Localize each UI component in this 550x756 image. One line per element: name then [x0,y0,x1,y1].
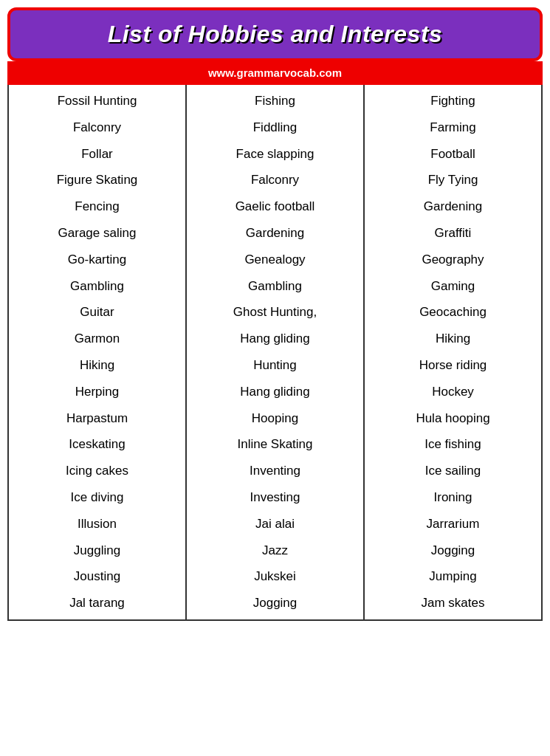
list-item: Icing cakes [9,458,185,484]
list-item: Horse riding [365,352,541,379]
list-item: Jukskei [187,563,363,590]
list-item: Investing [187,484,363,511]
content-area: Fossil HuntingFalconryFollarFigure Skati… [7,85,543,621]
list-item: Go-karting [9,247,185,273]
list-item: Fossil Hunting [9,88,185,114]
list-item: Jai alai [187,511,363,537]
website-url: www.grammarvocab.com [208,66,342,79]
list-item: Fly Tying [365,167,541,193]
website-bar: www.grammarvocab.com [7,61,543,85]
list-item: Football [365,141,541,168]
list-item: Hiking [9,352,185,379]
page-header: List of Hobbies and Interests [7,7,543,61]
list-item: Hula hooping [365,405,541,432]
list-item: Hunting [187,352,363,379]
list-item: Ice diving [9,484,185,511]
list-item: Gambling [9,273,185,300]
list-item: Figure Skating [9,167,185,193]
list-item: Garmon [9,326,185,352]
list-item: Jumping [365,563,541,590]
page-title: List of Hobbies and Interests [18,21,532,48]
list-item: Graffiti [365,220,541,247]
list-item: Iceskating [9,431,185,458]
list-item: Hiking [365,326,541,352]
list-item: Jogging [187,590,363,616]
list-item: Garage saling [9,220,185,247]
list-item: Falconry [9,114,185,141]
list-item: Jogging [365,537,541,564]
columns-container: Fossil HuntingFalconryFollarFigure Skati… [9,85,541,619]
list-item: Geography [365,247,541,273]
list-item: Ice sailing [365,458,541,484]
list-item: Jazz [187,537,363,564]
list-item: Jal tarang [9,590,185,616]
list-item: Jarrarium [365,511,541,537]
list-item: Inline Skating [187,431,363,458]
list-item: Fencing [9,193,185,220]
list-item: Fighting [365,88,541,114]
list-item: Guitar [9,299,185,326]
list-item: Hockey [365,379,541,405]
list-item: Genealogy [187,247,363,273]
list-item: Fishing [187,88,363,114]
column-1: Fossil HuntingFalconryFollarFigure Skati… [9,85,187,619]
list-item: Farming [365,114,541,141]
column-3: FightingFarmingFootballFly TyingGardenin… [365,85,541,619]
list-item: Geocaching [365,299,541,326]
list-item: Illusion [9,511,185,537]
list-item: Gaming [365,273,541,300]
list-item: Hang gliding [187,379,363,405]
list-item: Gardening [187,220,363,247]
list-item: Ice fishing [365,431,541,458]
list-item: Follar [9,141,185,168]
list-item: Ghost Hunting, [187,299,363,326]
list-item: Jam skates [365,590,541,616]
list-item: Ironing [365,484,541,511]
list-item: Fiddling [187,114,363,141]
list-item: Jousting [9,563,185,590]
list-item: Gardening [365,193,541,220]
column-2: FishingFiddlingFace slappingFalconryGael… [187,85,365,619]
list-item: Juggling [9,537,185,564]
list-item: Face slapping [187,141,363,168]
list-item: Gambling [187,273,363,300]
list-item: Gaelic football [187,193,363,220]
list-item: Inventing [187,458,363,484]
list-item: Harpastum [9,405,185,432]
list-item: Hooping [187,405,363,432]
list-item: Hang gliding [187,326,363,352]
list-item: Falconry [187,167,363,193]
list-item: Herping [9,379,185,405]
